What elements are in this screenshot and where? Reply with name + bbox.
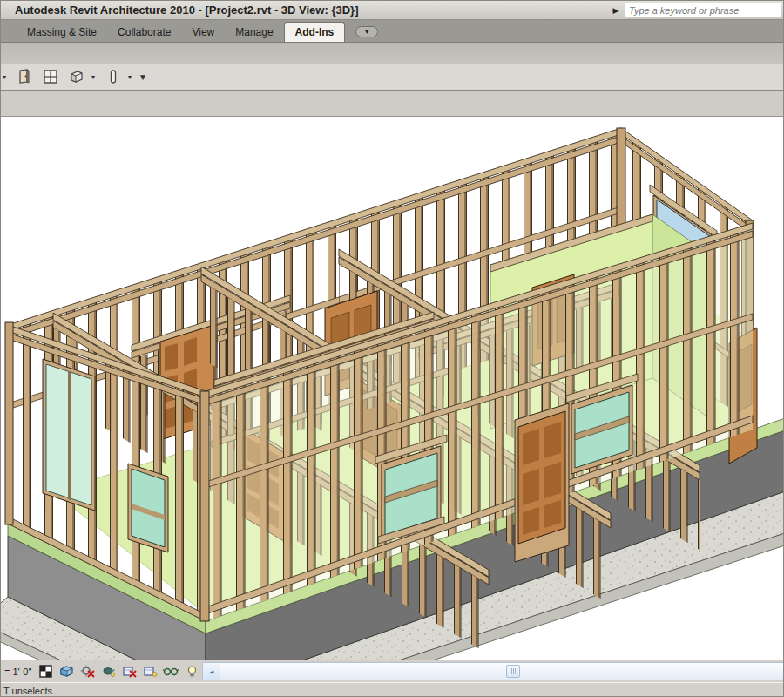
title-bar: Autodesk Revit Architecture 2010 - [Proj… xyxy=(1,1,784,20)
scroll-left-button[interactable]: ◂ xyxy=(203,663,220,680)
tab-view[interactable]: View xyxy=(181,23,225,42)
help-search-expander-icon[interactable]: ▶ xyxy=(610,3,622,17)
ribbon-tab-bar: Massing & Site Collaborate View Manage A… xyxy=(1,20,784,43)
ribbon-panel-area xyxy=(1,43,784,64)
help-search: ▶ xyxy=(610,3,781,17)
revit-window: Autodesk Revit Architecture 2010 - [Proj… xyxy=(0,0,784,697)
tab-massing-site[interactable]: Massing & Site xyxy=(17,23,107,42)
panel-collapse-caret-icon[interactable]: ▼ xyxy=(139,72,145,82)
component-tool-icon xyxy=(68,68,85,85)
left-wall-sliding-door[interactable] xyxy=(43,359,95,511)
shadows-off-icon[interactable] xyxy=(78,663,96,680)
temporary-hide-isolate-icon[interactable] xyxy=(162,663,179,680)
column-tool-button[interactable] xyxy=(102,65,125,88)
reveal-hidden-elements-icon[interactable] xyxy=(183,663,200,680)
wall-flyout-caret-icon[interactable]: ▾ xyxy=(3,73,10,81)
horizontal-scrollbar[interactable]: ◂ xyxy=(202,662,784,680)
door-tool-button[interactable] xyxy=(13,65,36,88)
front-door[interactable] xyxy=(515,403,569,562)
3d-view-canvas[interactable] xyxy=(1,117,784,660)
component-flyout-caret-icon[interactable]: ▾ xyxy=(91,73,98,81)
crop-view-off-icon[interactable] xyxy=(120,663,138,680)
detail-level-icon[interactable] xyxy=(37,663,54,680)
model-graphics-style-icon[interactable] xyxy=(57,663,75,680)
column-tool-icon xyxy=(105,68,122,85)
tab-manage[interactable]: Manage xyxy=(225,23,283,42)
status-bar-text: T unselects. xyxy=(1,686,55,696)
bottom-bar: = 1'-0" xyxy=(1,660,784,682)
drawing-area[interactable] xyxy=(1,117,784,660)
corner-post-west xyxy=(5,322,13,524)
options-bar xyxy=(1,91,784,117)
window-title: Autodesk Revit Architecture 2010 - [Proj… xyxy=(1,3,358,17)
tab-collaborate[interactable]: Collaborate xyxy=(107,23,181,42)
scrollbar-grip[interactable] xyxy=(506,665,520,678)
view-control-bar: = 1'-0" xyxy=(1,660,202,682)
component-tool-button[interactable] xyxy=(65,65,88,88)
column-flyout-caret-icon[interactable]: ▾ xyxy=(128,73,135,81)
tab-add-ins[interactable]: Add-Ins xyxy=(284,22,346,42)
build-toolbar: ▾ ▾ ▾ xyxy=(1,64,784,91)
corner-post-south xyxy=(200,391,209,621)
show-crop-region-icon[interactable] xyxy=(141,663,159,680)
window-tool-icon xyxy=(42,68,59,85)
view-scale-button[interactable]: = 1'-0" xyxy=(3,667,33,677)
status-bar: T unselects. xyxy=(1,682,784,697)
help-search-input[interactable] xyxy=(625,3,781,17)
window-tool-button[interactable] xyxy=(39,65,62,88)
ribbon-state-toggle-icon[interactable]: ▼ xyxy=(355,26,378,37)
door-tool-icon xyxy=(16,68,33,85)
left-wall-window[interactable] xyxy=(128,464,168,552)
show-rendering-dialog-icon[interactable] xyxy=(99,663,117,680)
